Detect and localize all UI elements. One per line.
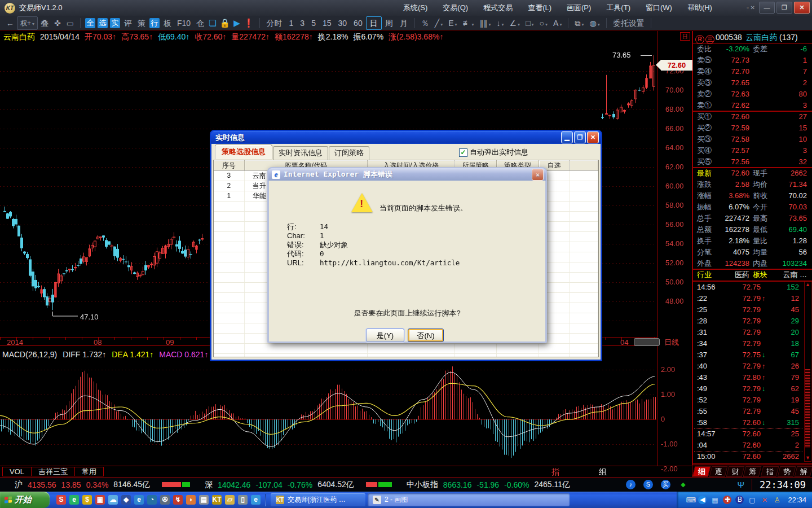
back-icon[interactable]: ← xyxy=(3,17,17,29)
ruler-icon[interactable]: ▭ xyxy=(64,17,77,29)
ie-dialog-title-bar[interactable]: e Internet Explorer 脚本错误 ✕ xyxy=(268,168,546,181)
tick-row[interactable]: :2872.7929 xyxy=(693,316,804,327)
tick-scrollbar[interactable]: ▲ ▼ xyxy=(804,281,811,462)
period-15[interactable]: 15 xyxy=(319,17,335,29)
tick-row[interactable]: :4372.80↑79 xyxy=(693,372,804,383)
scroll-thumb[interactable] xyxy=(805,369,810,448)
quick-launch-icon[interactable]: ▱ xyxy=(225,495,235,505)
quick-launch-icon[interactable]: ◔ xyxy=(147,495,157,505)
crosshair-icon[interactable]: ✜ xyxy=(51,17,64,29)
panel-tab-筹[interactable]: 筹 xyxy=(743,466,762,477)
copy-icon[interactable]: ⧉▾ xyxy=(572,17,586,29)
quick-launch-icon[interactable]: ▤ xyxy=(199,495,209,505)
period-1[interactable]: 1 xyxy=(286,17,297,29)
bottom-tab-left[interactable]: 组 xyxy=(599,467,607,478)
dialog-tab-实时资讯信息[interactable]: 实时资讯信息 xyxy=(273,146,328,160)
scroll-down-icon[interactable]: ▼ xyxy=(805,455,811,461)
dialog-restore-button[interactable]: ❐ xyxy=(574,132,586,143)
network-icon[interactable]: ▦ xyxy=(710,496,719,504)
s-service-icon[interactable]: S xyxy=(643,480,653,489)
entrust-settings-button[interactable]: 委托设置 xyxy=(610,17,647,29)
task-button[interactable]: KT交易师[浙江医药 … xyxy=(271,493,365,506)
buy-icon[interactable]: 买 xyxy=(661,480,670,489)
menu-item[interactable]: 帮助(H) xyxy=(687,3,712,13)
indicator-tab-VOL[interactable]: VOL xyxy=(2,467,31,476)
quick-launch-icon[interactable]: e xyxy=(251,495,261,505)
review-button[interactable]: 评 xyxy=(121,17,135,29)
menu-item[interactable]: 交易(Q) xyxy=(443,3,468,13)
lock-icon[interactable]: 🔒 xyxy=(218,17,232,29)
dialog-close-button[interactable]: ✕ xyxy=(587,132,599,143)
dialog-minimize-button[interactable]: ▁ xyxy=(561,132,573,143)
ellipse-tool-icon[interactable]: ○▾ xyxy=(537,17,550,29)
hide-icons-icon[interactable]: ◀ xyxy=(698,496,707,504)
text-tool-icon[interactable]: A▾ xyxy=(550,17,564,29)
tick-row[interactable]: :4072.79↑26 xyxy=(693,361,804,372)
no-button[interactable]: 否(N) xyxy=(408,329,444,342)
globe-icon[interactable]: ◍▾ xyxy=(586,17,602,29)
f10-button[interactable]: F10 xyxy=(174,17,193,29)
ie-dialog-close-button[interactable]: ✕ xyxy=(532,169,544,181)
updates-icon[interactable]: ♙ xyxy=(773,496,781,504)
quotes-button[interactable]: 行 xyxy=(149,18,160,28)
macd-chart[interactable] xyxy=(0,362,657,466)
tick-row[interactable]: :4972.79↓62 xyxy=(693,383,804,395)
dialog-tab-策略选股信息[interactable]: 策略选股信息 xyxy=(215,144,272,159)
rect-tool-icon[interactable]: □▾ xyxy=(523,17,536,29)
polyline-tool-icon[interactable]: ∠▾ xyxy=(507,17,523,29)
panel-tab-逐[interactable]: 逐 xyxy=(709,466,728,477)
panel-tab-财[interactable]: 财 xyxy=(726,466,745,477)
quick-launch-icon[interactable]: KT xyxy=(212,495,222,505)
diamond-icon[interactable]: ◆ xyxy=(678,480,688,489)
panel-tab-指[interactable]: 指 xyxy=(760,466,779,477)
trendline-tool-icon[interactable]: ╱▾ xyxy=(432,17,445,29)
quick-launch-icon[interactable]: S xyxy=(56,495,66,505)
layout-toggle-icon[interactable]: 日 xyxy=(680,32,690,41)
chart-scroll-thumb[interactable] xyxy=(634,338,660,346)
child-window-controls[interactable]: ▫ ✕ xyxy=(747,5,755,11)
tick-row[interactable]: :2572.7945 xyxy=(693,304,804,316)
quick-launch-icon[interactable]: ☁ xyxy=(108,495,118,505)
yes-button[interactable]: 是(Y) xyxy=(366,329,404,342)
table-row[interactable] xyxy=(214,354,598,357)
indicator-tab-吉祥三宝[interactable]: 吉祥三宝 xyxy=(31,467,74,476)
play-icon[interactable]: ▶ xyxy=(232,17,242,29)
realtime-button[interactable]: 实 xyxy=(110,18,120,28)
fib-tool-icon[interactable]: E▾ xyxy=(445,17,460,29)
auto-popup-checkbox[interactable]: ✓ 自动弹出实时信息 xyxy=(459,147,528,157)
alert-icon[interactable]: ❗ xyxy=(242,17,256,29)
strategy-button[interactable]: 策 xyxy=(135,17,148,29)
period-3[interactable]: 3 xyxy=(297,17,308,29)
overlay-icon[interactable]: 叠 xyxy=(38,17,51,29)
menu-item[interactable]: 系统(S) xyxy=(403,3,427,13)
tick-row[interactable]: 14:5672.75152 xyxy=(693,282,804,293)
period-5[interactable]: 5 xyxy=(308,17,319,29)
start-button[interactable]: 开始 xyxy=(0,492,50,508)
arrow-tool-icon[interactable]: ↓▾ xyxy=(494,17,507,29)
menu-item[interactable]: 窗口(W) xyxy=(646,3,672,13)
panel-tab-势[interactable]: 势 xyxy=(777,466,796,477)
tick-row[interactable]: 15:0072.602662 xyxy=(693,451,804,462)
checkbox-check-icon[interactable]: ✓ xyxy=(459,148,467,157)
tick-row[interactable]: :5572.7945 xyxy=(693,406,804,417)
display-icon[interactable]: ▢ xyxy=(748,496,756,504)
tick-row[interactable]: :3772.75↓67 xyxy=(693,349,804,361)
tick-row[interactable]: :5872.60↓315 xyxy=(693,417,804,428)
quick-launch-icon[interactable]: ◆ xyxy=(121,495,131,505)
board-button[interactable]: 板 xyxy=(161,17,174,29)
period-30[interactable]: 30 xyxy=(335,17,351,29)
period-day[interactable]: 日 xyxy=(366,16,382,30)
all-market-button[interactable]: 全 xyxy=(85,18,95,28)
quick-launch-icon[interactable]: e xyxy=(134,495,144,505)
vertical-lines-tool-icon[interactable]: ∥∥▾ xyxy=(477,17,494,29)
panel-tab-细[interactable]: 细 xyxy=(692,466,711,477)
minimize-button[interactable]: — xyxy=(759,2,775,14)
quick-launch-icon[interactable]: ▯ xyxy=(238,495,248,505)
quick-launch-icon[interactable]: $ xyxy=(82,495,92,505)
period-60[interactable]: 60 xyxy=(350,17,366,29)
quick-launch-icon[interactable]: e xyxy=(69,495,79,505)
scroll-up-icon[interactable]: ▲ xyxy=(805,282,811,288)
restore-button[interactable]: ❐ xyxy=(776,2,792,14)
task-button[interactable]: ✎2 - 画图 xyxy=(368,493,570,506)
percent-tool-icon[interactable]: ％ xyxy=(418,17,432,29)
